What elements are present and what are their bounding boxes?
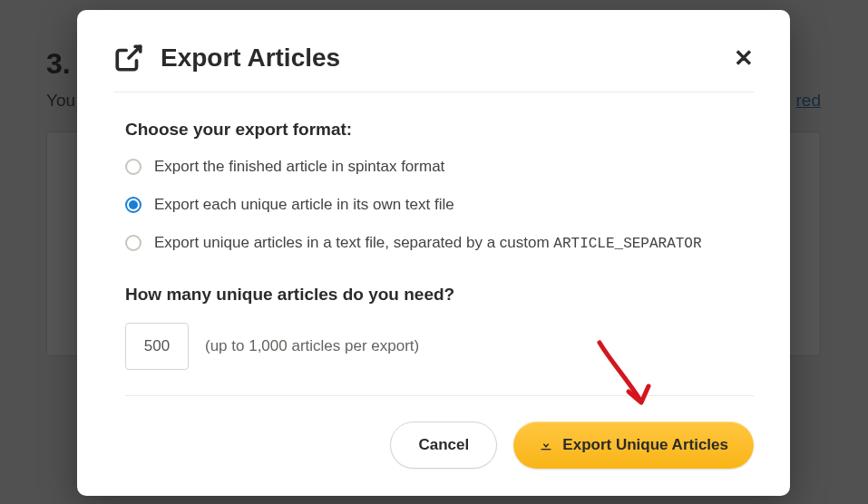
radio-label-text: Export unique articles in a text file, s… [154, 234, 553, 251]
cancel-button-label: Cancel [418, 436, 469, 454]
radio-icon [125, 159, 141, 175]
radio-option-unique-files[interactable]: Export each unique article in its own te… [125, 196, 754, 214]
radio-option-separator[interactable]: Export unique articles in a text file, s… [125, 234, 754, 252]
modal-title-wrap: Export Articles [113, 43, 340, 73]
modal-title: Export Articles [161, 44, 340, 73]
close-icon[interactable]: ✕ [734, 46, 754, 70]
modal-header: Export Articles ✕ [113, 43, 754, 92]
modal-buttons: Cancel Export Unique Articles [113, 422, 754, 469]
download-icon [539, 438, 553, 452]
export-format-radio-group: Export the finished article in spintax f… [125, 158, 754, 252]
count-label: How many unique articles do you need? [125, 285, 754, 305]
export-unique-articles-button[interactable]: Export Unique Articles [513, 422, 754, 469]
radio-label: Export unique articles in a text file, s… [154, 234, 702, 252]
article-count-row: (up to 1,000 articles per export) [125, 323, 754, 396]
radio-label: Export the finished article in spintax f… [154, 158, 444, 176]
radio-icon [125, 235, 141, 251]
radio-option-spintax[interactable]: Export the finished article in spintax f… [125, 158, 754, 176]
external-link-icon [113, 43, 144, 73]
step-intro: You [46, 91, 75, 111]
article-count-hint: (up to 1,000 articles per export) [205, 337, 419, 355]
radio-label: Export each unique article in its own te… [154, 196, 454, 214]
format-label: Choose your export format: [125, 120, 754, 140]
article-count-input[interactable] [125, 323, 189, 370]
cancel-button[interactable]: Cancel [390, 422, 497, 469]
step-link: red [796, 91, 821, 111]
radio-icon [125, 197, 141, 213]
step-number: 3. [46, 47, 71, 81]
export-button-label: Export Unique Articles [562, 436, 728, 454]
export-articles-modal: Export Articles ✕ Choose your export for… [77, 10, 790, 496]
separator-code: ARTICLE_SEPARATOR [553, 236, 701, 252]
